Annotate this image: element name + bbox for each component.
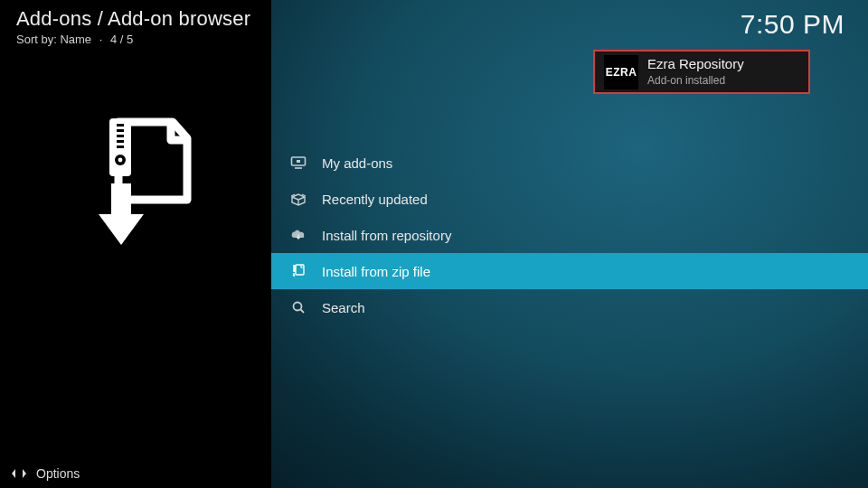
cloud-download-icon: [289, 229, 307, 241]
svg-rect-4: [117, 140, 124, 143]
menu-item-label: Recently updated: [322, 192, 428, 207]
zip-download-icon: [77, 113, 194, 249]
list-position: 4 / 5: [110, 33, 133, 46]
notification-toast: EZRA Ezra Repository Add-on installed: [593, 50, 810, 94]
dot-separator: ·: [99, 33, 103, 46]
menu-item-my-addons[interactable]: My add-ons: [271, 145, 868, 181]
search-icon: [289, 300, 307, 314]
svg-rect-2: [117, 129, 124, 132]
options-label: Options: [36, 466, 80, 481]
addon-menu: My add-ons Recently updated: [271, 145, 868, 325]
open-box-icon: [289, 192, 307, 206]
clock: 7:50 PM: [741, 9, 844, 40]
menu-item-label: Install from zip file: [322, 264, 430, 279]
sidebar: Add-ons / Add-on browser Sort by: Name ·…: [0, 0, 271, 488]
sidebar-hero: [0, 113, 271, 249]
options-arrows-icon: [11, 467, 27, 480]
svg-point-14: [294, 303, 302, 311]
breadcrumb: Add-ons / Add-on browser: [16, 7, 255, 31]
footer-options[interactable]: Options: [0, 459, 90, 488]
menu-item-recently-updated[interactable]: Recently updated: [271, 181, 868, 217]
svg-line-15: [301, 310, 305, 314]
menu-item-search[interactable]: Search: [271, 289, 868, 325]
sort-subtitle: Sort by: Name · 4 / 5: [16, 33, 255, 46]
menu-item-label: Install from repository: [322, 228, 451, 243]
menu-item-install-from-repository[interactable]: Install from repository: [271, 217, 868, 253]
toast-subtitle: Add-on installed: [647, 74, 744, 87]
zip-file-icon: [289, 264, 307, 278]
svg-rect-5: [117, 145, 124, 148]
monitor-icon: [289, 155, 307, 170]
menu-item-label: Search: [322, 300, 365, 315]
svg-rect-3: [117, 135, 124, 137]
svg-rect-1: [117, 124, 124, 127]
menu-item-install-from-zip[interactable]: Install from zip file: [271, 253, 868, 289]
sort-label: Sort by: Name: [16, 33, 91, 46]
toast-title: Ezra Repository: [647, 57, 744, 72]
svg-rect-8: [111, 183, 131, 216]
svg-point-7: [118, 158, 123, 163]
svg-rect-13: [293, 265, 296, 272]
svg-rect-11: [297, 160, 300, 163]
svg-rect-12: [296, 265, 304, 275]
main-panel: 7:50 PM EZRA Ezra Repository Add-on inst…: [271, 0, 868, 488]
menu-item-label: My add-ons: [322, 155, 392, 171]
toast-addon-icon: EZRA: [604, 55, 638, 89]
